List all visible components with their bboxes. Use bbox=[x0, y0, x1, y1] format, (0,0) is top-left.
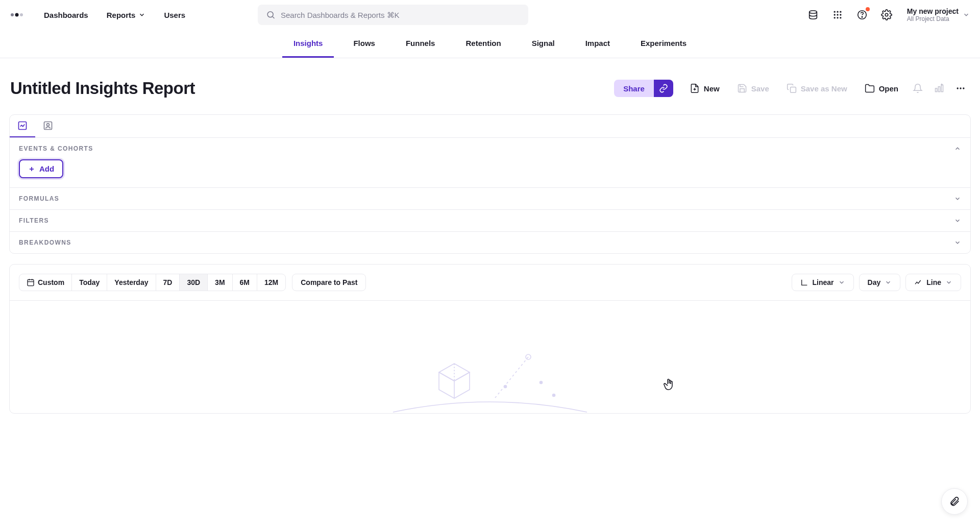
svg-point-12 bbox=[837, 17, 838, 18]
chevron-down-icon bbox=[885, 279, 892, 286]
dashboard-add-button bbox=[930, 79, 948, 98]
breakdowns-section[interactable]: Breakdowns bbox=[10, 231, 970, 253]
chart-toolbar: Custom Today Yesterday 7D 30D 3M 6M 12M … bbox=[10, 265, 970, 301]
axis-icon bbox=[800, 278, 808, 286]
svg-point-16 bbox=[885, 13, 888, 16]
chart-type-selector[interactable]: Line bbox=[905, 274, 961, 291]
range-7d[interactable]: 7D bbox=[156, 274, 180, 291]
folder-icon bbox=[865, 83, 875, 93]
chart-right-controls: Linear Day Line bbox=[792, 274, 961, 291]
report-header: Untitled Insights Report Share New Save … bbox=[9, 79, 971, 98]
range-30d[interactable]: 30D bbox=[180, 274, 208, 291]
svg-point-13 bbox=[840, 17, 841, 18]
line-chart-icon bbox=[914, 278, 922, 286]
svg-point-2 bbox=[20, 13, 23, 16]
events-cohorts-section[interactable]: Events & Cohorts bbox=[10, 138, 970, 159]
svg-point-7 bbox=[840, 11, 841, 13]
nav-users[interactable]: Users bbox=[157, 7, 192, 23]
project-name: My new project bbox=[907, 7, 959, 15]
search-icon bbox=[266, 10, 276, 20]
svg-point-26 bbox=[47, 124, 50, 126]
chart-placeholder bbox=[10, 301, 970, 413]
chevron-down-icon bbox=[954, 195, 961, 202]
range-3m[interactable]: 3M bbox=[208, 274, 232, 291]
lexicon-icon[interactable] bbox=[807, 9, 819, 21]
tab-impact[interactable]: Impact bbox=[574, 30, 621, 58]
tab-insights[interactable]: Insights bbox=[282, 30, 334, 58]
svg-rect-27 bbox=[28, 280, 34, 286]
empty-state-illustration bbox=[383, 347, 597, 413]
help-icon[interactable] bbox=[856, 9, 868, 21]
events-mode-button[interactable] bbox=[10, 115, 35, 137]
svg-point-31 bbox=[553, 394, 555, 397]
svg-rect-17 bbox=[790, 87, 796, 93]
plus-icon bbox=[28, 165, 35, 173]
range-today[interactable]: Today bbox=[72, 274, 107, 291]
chart-add-icon bbox=[934, 83, 944, 93]
range-12m[interactable]: 12M bbox=[257, 274, 285, 291]
share-group: Share bbox=[614, 80, 673, 97]
add-event-button[interactable]: Add bbox=[19, 159, 63, 178]
filters-section[interactable]: Filters bbox=[10, 209, 970, 231]
chevron-down-icon bbox=[963, 11, 970, 18]
profile-mode-button[interactable] bbox=[35, 115, 61, 137]
notifications-button bbox=[909, 79, 927, 98]
svg-point-21 bbox=[957, 87, 959, 89]
chart-card: Custom Today Yesterday 7D 30D 3M 6M 12M … bbox=[9, 264, 971, 414]
bell-icon bbox=[913, 83, 923, 93]
open-button[interactable]: Open bbox=[857, 79, 905, 98]
settings-icon[interactable] bbox=[880, 9, 893, 21]
save-button: Save bbox=[730, 79, 776, 98]
svg-point-10 bbox=[840, 14, 841, 15]
copy-link-button[interactable] bbox=[654, 80, 673, 97]
range-6m[interactable]: 6M bbox=[233, 274, 257, 291]
user-icon bbox=[43, 121, 53, 131]
project-selector[interactable]: My new project All Project Data bbox=[905, 7, 970, 22]
chevron-down-icon bbox=[945, 279, 952, 286]
save-as-new-button: Save as New bbox=[779, 79, 854, 98]
svg-point-0 bbox=[11, 13, 14, 16]
svg-rect-19 bbox=[938, 87, 940, 92]
range-custom[interactable]: Custom bbox=[19, 274, 72, 291]
report-title[interactable]: Untitled Insights Report bbox=[10, 79, 195, 98]
top-header: Dashboards Reports Users My new project … bbox=[0, 0, 980, 30]
tab-signal[interactable]: Signal bbox=[521, 30, 566, 58]
granularity-label: Day bbox=[868, 278, 881, 286]
chevron-down-icon bbox=[954, 217, 961, 224]
copy-icon bbox=[787, 83, 797, 93]
new-label: New bbox=[704, 84, 720, 93]
apps-icon[interactable] bbox=[831, 9, 844, 21]
paperclip-icon bbox=[949, 496, 960, 507]
tab-experiments[interactable]: Experiments bbox=[629, 30, 698, 58]
new-button[interactable]: New bbox=[682, 79, 727, 98]
svg-point-30 bbox=[540, 381, 543, 384]
search-input[interactable] bbox=[281, 11, 520, 19]
chart-type-label: Line bbox=[926, 278, 941, 286]
attachments-fab[interactable] bbox=[941, 488, 968, 515]
svg-rect-20 bbox=[941, 85, 943, 91]
granularity-selector[interactable]: Day bbox=[859, 274, 901, 291]
file-plus-icon bbox=[690, 83, 700, 93]
range-yesterday[interactable]: Yesterday bbox=[107, 274, 156, 291]
tab-funnels[interactable]: Funnels bbox=[395, 30, 447, 58]
svg-point-4 bbox=[810, 11, 817, 14]
svg-point-1 bbox=[15, 13, 19, 17]
share-button[interactable]: Share bbox=[614, 80, 654, 97]
scale-label: Linear bbox=[813, 278, 834, 286]
query-builder: Events & Cohorts Add Formulas Filters Br… bbox=[9, 114, 971, 254]
more-actions-button[interactable] bbox=[951, 79, 970, 98]
search-box[interactable] bbox=[258, 5, 528, 25]
nav-dashboards[interactable]: Dashboards bbox=[37, 7, 95, 23]
compare-button[interactable]: Compare to Past bbox=[292, 274, 366, 291]
main-menu-icon[interactable] bbox=[10, 8, 24, 22]
breakdowns-label: Breakdowns bbox=[19, 239, 71, 246]
tab-retention[interactable]: Retention bbox=[454, 30, 512, 58]
tab-flows[interactable]: Flows bbox=[342, 30, 386, 58]
formulas-label: Formulas bbox=[19, 195, 59, 202]
nav-reports[interactable]: Reports bbox=[100, 7, 153, 23]
calendar-icon bbox=[27, 278, 35, 286]
svg-point-8 bbox=[834, 14, 835, 15]
svg-point-5 bbox=[834, 11, 835, 13]
scale-selector[interactable]: Linear bbox=[792, 274, 854, 291]
formulas-section[interactable]: Formulas bbox=[10, 187, 970, 209]
